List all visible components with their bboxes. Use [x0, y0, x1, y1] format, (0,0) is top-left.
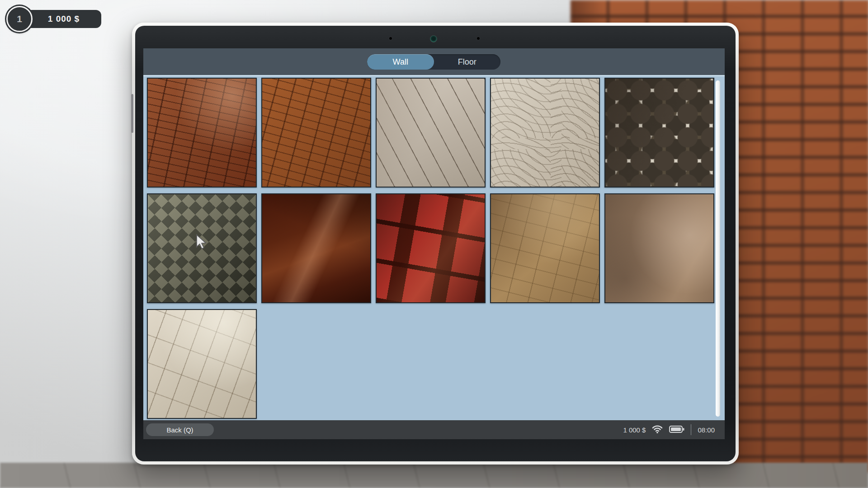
material-white-brick-wall[interactable] [147, 309, 257, 419]
wall-floor-segmented-control: Wall Floor [367, 54, 500, 70]
status-separator [691, 424, 691, 435]
background-tile-floor [0, 463, 868, 488]
material-tan-brick-wall[interactable] [490, 193, 600, 303]
tablet-side-button [131, 94, 133, 133]
material-red-brick-pavers[interactable] [261, 78, 371, 188]
material-dark-mahogany-wood[interactable] [261, 193, 371, 303]
hud-money-value: 1 000 $ [48, 14, 80, 24]
tablet-screen: Wall Floor Back (Q) 1 000 $ [143, 48, 725, 439]
status-money: 1 000 $ [623, 426, 646, 434]
material-olive-3d-diamond-panels[interactable] [147, 193, 257, 303]
material-red-panel-wood-door[interactable] [376, 193, 486, 303]
material-grid [143, 75, 725, 420]
material-beige-scallop-tiles[interactable] [490, 78, 600, 188]
mic-dot-left [389, 37, 392, 40]
back-button[interactable]: Back (Q) [146, 423, 214, 436]
status-cluster: 1 000 $ [623, 420, 715, 439]
material-brown-plaster[interactable] [604, 193, 714, 303]
material-dark-pebble-mosaic-tiles[interactable] [604, 78, 714, 188]
tab-wall[interactable]: Wall [367, 54, 434, 70]
bottom-bar: Back (Q) 1 000 $ [143, 420, 725, 439]
tablet-device: Wall Floor Back (Q) 1 000 $ [132, 23, 739, 465]
tab-floor[interactable]: Floor [434, 54, 501, 70]
wifi-icon [652, 425, 663, 435]
hud-money-pill: 1 000 $ [26, 10, 101, 28]
material-red-brick-herringbone-dark[interactable] [147, 78, 257, 188]
scrollbar[interactable] [716, 80, 720, 417]
hud-slot-badge: 1 [6, 6, 33, 32]
hud-slot-number: 1 [17, 14, 22, 24]
mic-dot-right [477, 37, 480, 40]
camera-icon [430, 35, 437, 42]
content-top-highlight [143, 75, 725, 76]
material-light-wood-planks[interactable] [376, 78, 486, 188]
screen-header: Wall Floor [143, 48, 725, 75]
game-screenshot: 1 000 $ 1 Wall Floor [0, 0, 868, 488]
status-time: 08:00 [698, 426, 715, 434]
battery-icon [669, 425, 684, 435]
